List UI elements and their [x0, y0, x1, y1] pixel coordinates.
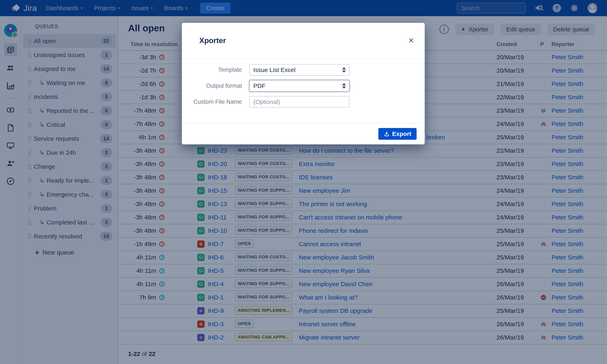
template-select[interactable]: Issue List Excel	[249, 64, 349, 76]
close-icon[interactable]: ✕	[408, 36, 414, 45]
dialog-title: Xporter	[199, 36, 226, 45]
dialog-body: Template Issue List Excel Output format …	[182, 59, 425, 123]
select-spinner-icon	[342, 67, 346, 73]
template-label: Template	[182, 66, 242, 73]
export-button[interactable]: Export	[378, 128, 417, 140]
xporter-dialog: Xporter ✕ Template Issue List Excel Outp…	[182, 23, 425, 144]
output-format-select[interactable]: PDF	[249, 80, 349, 91]
custom-file-name-input[interactable]	[253, 99, 346, 105]
custom-file-name-label: Custom File Name	[182, 99, 242, 105]
dialog-header: Xporter ✕	[182, 23, 425, 59]
dialog-footer: Export	[182, 123, 425, 144]
custom-file-name-field	[249, 96, 349, 108]
output-format-label: Output format	[182, 82, 242, 89]
select-spinner-icon	[342, 83, 346, 89]
download-icon	[384, 131, 390, 137]
